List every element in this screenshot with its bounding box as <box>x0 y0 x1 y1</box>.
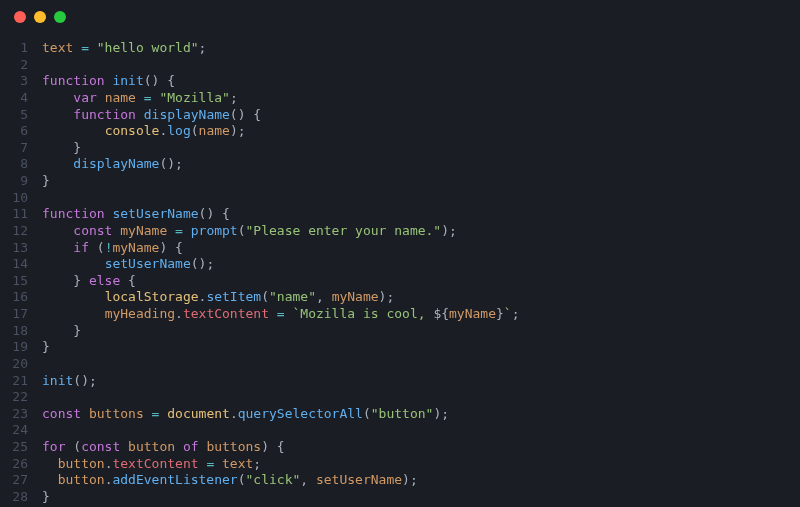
code-token: ; <box>89 373 97 388</box>
code-line[interactable]: 20 <box>0 356 800 373</box>
code-content[interactable]: init(); <box>42 373 800 390</box>
code-content[interactable]: } <box>42 140 800 157</box>
code-line[interactable]: 15 } else { <box>0 273 800 290</box>
code-content[interactable]: displayName(); <box>42 156 800 173</box>
code-token <box>269 439 277 454</box>
line-number: 9 <box>0 173 42 190</box>
code-content[interactable]: myHeading.textContent = `Mozilla is cool… <box>42 306 800 323</box>
code-line[interactable]: 14 setUserName(); <box>0 256 800 273</box>
code-line[interactable]: 26 button.textContent = text; <box>0 456 800 473</box>
code-token <box>136 107 144 122</box>
code-content[interactable]: button.textContent = text; <box>42 456 800 473</box>
code-content[interactable] <box>42 389 800 406</box>
code-line[interactable]: 9} <box>0 173 800 190</box>
code-token <box>42 289 105 304</box>
code-token: ( <box>191 123 199 138</box>
code-content[interactable] <box>42 57 800 74</box>
code-token: document <box>167 406 230 421</box>
code-token: ; <box>253 456 261 471</box>
code-token <box>81 273 89 288</box>
line-number: 14 <box>0 256 42 273</box>
code-content[interactable]: var name = "Mozilla"; <box>42 90 800 107</box>
code-line[interactable]: 23const buttons = document.querySelector… <box>0 406 800 423</box>
code-content[interactable]: } <box>42 339 800 356</box>
code-line[interactable]: 11function setUserName() { <box>0 206 800 223</box>
code-line[interactable]: 8 displayName(); <box>0 156 800 173</box>
code-line[interactable]: 18 } <box>0 323 800 340</box>
code-content[interactable] <box>42 190 800 207</box>
code-content[interactable]: if (!myName) { <box>42 240 800 257</box>
code-line[interactable]: 28} <box>0 489 800 506</box>
code-line[interactable]: 19} <box>0 339 800 356</box>
code-content[interactable]: localStorage.setItem("name", myName); <box>42 289 800 306</box>
code-token: console <box>105 123 160 138</box>
code-token: } <box>73 140 81 155</box>
code-line[interactable]: 27 button.addEventListener("click", setU… <box>0 472 800 489</box>
code-token: function <box>73 107 136 122</box>
code-line[interactable]: 16 localStorage.setItem("name", myName); <box>0 289 800 306</box>
code-line[interactable]: 3function init() { <box>0 73 800 90</box>
code-content[interactable] <box>42 422 800 439</box>
code-line[interactable]: 13 if (!myName) { <box>0 240 800 257</box>
code-content[interactable]: } <box>42 323 800 340</box>
code-token: const <box>42 406 81 421</box>
code-line[interactable]: 12 const myName = prompt("Please enter y… <box>0 223 800 240</box>
code-content[interactable] <box>42 356 800 373</box>
code-token: else <box>89 273 120 288</box>
code-token: for <box>42 439 65 454</box>
code-token: . <box>230 406 238 421</box>
code-token: myName <box>332 289 379 304</box>
code-content[interactable]: text = "hello world"; <box>42 40 800 57</box>
zoom-window-button[interactable] <box>54 11 66 23</box>
code-line[interactable]: 17 myHeading.textContent = `Mozilla is c… <box>0 306 800 323</box>
code-token: text <box>42 40 73 55</box>
code-token <box>42 107 73 122</box>
minimize-window-button[interactable] <box>34 11 46 23</box>
line-number: 17 <box>0 306 42 323</box>
code-content[interactable]: const myName = prompt("Please enter your… <box>42 223 800 240</box>
code-token <box>308 472 316 487</box>
code-content[interactable]: const buttons = document.querySelectorAl… <box>42 406 800 423</box>
code-line[interactable]: 5 function displayName() { <box>0 107 800 124</box>
code-line[interactable]: 25for (const button of buttons) { <box>0 439 800 456</box>
code-token: ) <box>261 439 269 454</box>
code-token: "Please enter your name." <box>246 223 442 238</box>
code-line[interactable]: 6 console.log(name); <box>0 123 800 140</box>
line-number: 23 <box>0 406 42 423</box>
code-editor[interactable]: 1text = "hello world";2 3function init()… <box>0 34 800 507</box>
line-number: 6 <box>0 123 42 140</box>
code-token: localStorage <box>105 289 199 304</box>
code-line[interactable]: 1text = "hello world"; <box>0 40 800 57</box>
code-content[interactable]: } <box>42 173 800 190</box>
code-token: myName <box>449 306 496 321</box>
code-line[interactable]: 7 } <box>0 140 800 157</box>
code-token: ( <box>144 73 152 88</box>
code-token: function <box>42 206 105 221</box>
code-token <box>120 439 128 454</box>
code-token: "name" <box>269 289 316 304</box>
code-line[interactable]: 22 <box>0 389 800 406</box>
code-token <box>42 90 73 105</box>
code-content[interactable]: button.addEventListener("click", setUser… <box>42 472 800 489</box>
code-content[interactable]: function setUserName() { <box>42 206 800 223</box>
code-content[interactable]: function displayName() { <box>42 107 800 124</box>
code-line[interactable]: 2 <box>0 57 800 74</box>
code-line[interactable]: 24 <box>0 422 800 439</box>
code-token: } <box>73 273 81 288</box>
code-content[interactable]: function init() { <box>42 73 800 90</box>
code-line[interactable]: 10 <box>0 190 800 207</box>
code-content[interactable]: setUserName(); <box>42 256 800 273</box>
close-window-button[interactable] <box>14 11 26 23</box>
code-token: if <box>73 240 89 255</box>
code-token: ; <box>449 223 457 238</box>
code-content[interactable]: console.log(name); <box>42 123 800 140</box>
code-line[interactable]: 21init(); <box>0 373 800 390</box>
code-token: init <box>112 73 143 88</box>
code-line[interactable]: 4 var name = "Mozilla"; <box>0 90 800 107</box>
code-token: ` <box>504 306 512 321</box>
code-token: function <box>42 73 105 88</box>
code-token <box>42 140 73 155</box>
code-content[interactable]: for (const button of buttons) { <box>42 439 800 456</box>
code-content[interactable]: } else { <box>42 273 800 290</box>
code-content[interactable]: } <box>42 489 800 506</box>
